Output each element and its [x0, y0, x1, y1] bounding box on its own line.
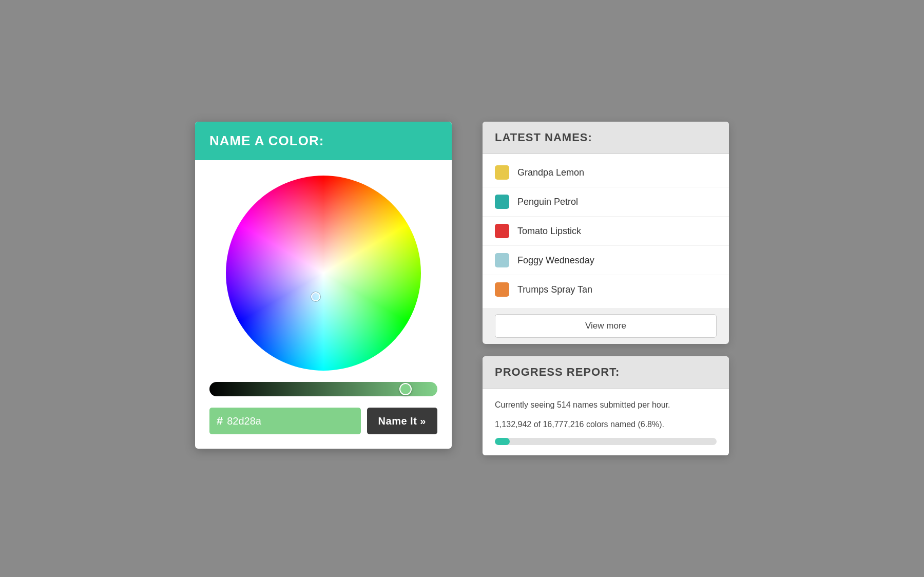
brightness-slider[interactable] — [209, 382, 437, 396]
color-controls: # Name It » — [209, 408, 437, 434]
progress-line1: Currently seeing 514 names submitted per… — [495, 399, 717, 411]
hash-symbol: # — [217, 414, 223, 428]
view-more-button[interactable]: View more — [495, 314, 717, 338]
color-swatch — [495, 282, 509, 297]
brightness-handle[interactable] — [399, 383, 412, 395]
progress-report-panel: Progress Report: Currently seeing 514 na… — [483, 356, 729, 455]
progress-report-body: Currently seeing 514 names submitted per… — [483, 389, 729, 455]
latest-names-title: Latest Names: — [495, 131, 717, 144]
color-swatch — [495, 224, 509, 238]
color-name-label: Grandpa Lemon — [517, 167, 584, 178]
color-swatch — [495, 165, 509, 180]
hex-input-wrapper: # — [209, 408, 361, 434]
color-wheel-cursor[interactable] — [311, 292, 320, 301]
color-name-label: Foggy Wednesday — [517, 255, 594, 266]
color-wheel[interactable] — [226, 176, 421, 371]
color-swatch — [495, 195, 509, 209]
color-swatch — [495, 253, 509, 267]
progress-report-title: Progress Report: — [495, 366, 717, 379]
list-item[interactable]: Penguin Petrol — [483, 187, 729, 217]
list-item[interactable]: Tomato Lipstick — [483, 217, 729, 246]
list-item[interactable]: Grandpa Lemon — [483, 158, 729, 187]
color-picker-title: Name a Color: — [209, 133, 437, 149]
hex-input[interactable] — [227, 415, 353, 427]
progress-line2: 1,132,942 of 16,777,216 colors named (6.… — [495, 418, 717, 431]
color-picker-body: # Name It » — [195, 160, 452, 449]
name-it-button[interactable]: Name It » — [367, 408, 437, 434]
list-item[interactable]: Trumps Spray Tan — [483, 275, 729, 304]
right-column: Latest Names: Grandpa LemonPenguin Petro… — [483, 122, 729, 455]
color-picker-panel: Name a Color: # Name It » — [195, 122, 452, 449]
color-name-label: Penguin Petrol — [517, 197, 578, 207]
color-name-label: Trumps Spray Tan — [517, 284, 592, 295]
progress-bar-container — [495, 438, 717, 445]
latest-names-body: Grandpa LemonPenguin PetrolTomato Lipsti… — [483, 154, 729, 308]
main-container: Name a Color: # Name It » — [195, 122, 729, 455]
latest-names-header: Latest Names: — [483, 122, 729, 154]
latest-names-panel: Latest Names: Grandpa LemonPenguin Petro… — [483, 122, 729, 344]
brightness-track — [209, 382, 437, 396]
list-item[interactable]: Foggy Wednesday — [483, 246, 729, 275]
color-name-label: Tomato Lipstick — [517, 226, 581, 237]
progress-report-header: Progress Report: — [483, 356, 729, 389]
color-wheel-container[interactable] — [226, 176, 421, 371]
progress-bar-fill — [495, 438, 510, 445]
color-picker-header: Name a Color: — [195, 122, 452, 160]
